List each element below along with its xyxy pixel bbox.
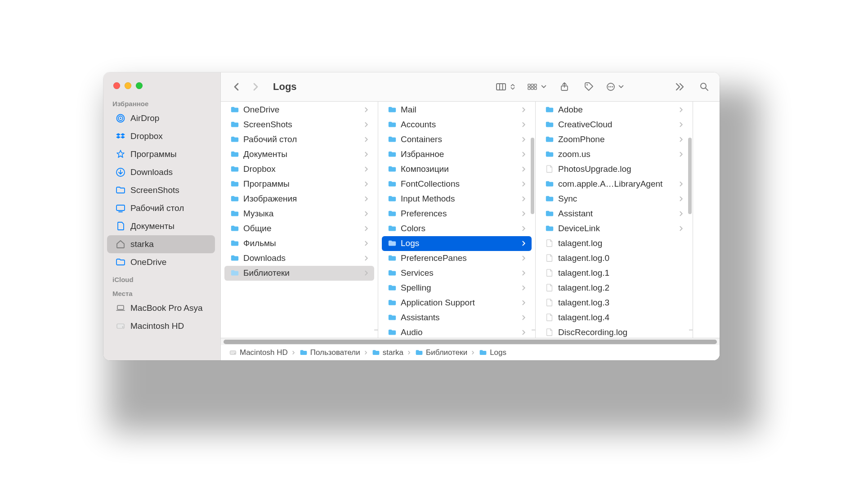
sidebar-item[interactable]: AirDrop bbox=[107, 109, 215, 127]
folder-row[interactable]: Общие bbox=[224, 221, 374, 236]
file-row[interactable]: talagent.log.2 bbox=[539, 281, 689, 296]
sidebar-item-label: MacBook Pro Asya bbox=[130, 303, 203, 313]
breadcrumb[interactable]: starka bbox=[372, 348, 403, 357]
folder-row[interactable]: DeviceLink bbox=[539, 221, 689, 236]
file-row[interactable]: talagent.log.0 bbox=[539, 251, 689, 266]
folder-row[interactable]: Application Support bbox=[382, 296, 532, 310]
sidebar-item[interactable]: Dropbox bbox=[107, 127, 215, 145]
search-button[interactable] bbox=[697, 79, 711, 94]
folder-row[interactable]: Colors bbox=[382, 221, 532, 236]
item-label: ZoomPhone bbox=[558, 134, 678, 144]
file-row[interactable]: talagent.log.3 bbox=[539, 296, 689, 310]
folder-row[interactable]: Assistant bbox=[539, 206, 689, 221]
folder-row[interactable]: Музыка bbox=[224, 206, 374, 221]
browser-column[interactable]: MailAccountsContainersИзбранноеКомпозици… bbox=[378, 102, 536, 338]
folder-row[interactable]: ScreenShots bbox=[224, 117, 374, 132]
folder-row[interactable]: Программы bbox=[224, 177, 374, 192]
folder-row[interactable]: Accounts bbox=[382, 117, 532, 132]
folder-icon bbox=[545, 149, 555, 159]
browser-column[interactable]: AdobeCreativeCloudZoomPhonezoom.usPhotos… bbox=[536, 102, 693, 338]
chevron-right-icon bbox=[470, 350, 476, 355]
sidebar-item[interactable]: Документы bbox=[107, 217, 215, 235]
folder-row[interactable]: Adobe bbox=[539, 103, 689, 117]
folder-row[interactable]: zoom.us bbox=[539, 147, 689, 162]
chevron-right-icon bbox=[678, 210, 685, 217]
back-button[interactable] bbox=[230, 79, 243, 94]
folder-row[interactable]: Изображения bbox=[224, 192, 374, 206]
minimize-window-button[interactable] bbox=[125, 82, 131, 89]
share-button[interactable] bbox=[558, 79, 571, 94]
file-row[interactable]: talagent.log.1 bbox=[539, 266, 689, 281]
group-by-button[interactable] bbox=[527, 83, 547, 91]
folder-row[interactable]: Dropbox bbox=[224, 162, 374, 177]
chevron-right-icon bbox=[363, 210, 370, 217]
item-label: PhotosUpgrade.log bbox=[558, 164, 685, 174]
sidebar-item[interactable]: MacBook Pro Asya bbox=[107, 299, 215, 317]
folder-row[interactable]: Services bbox=[382, 266, 532, 281]
zoom-window-button[interactable] bbox=[136, 82, 143, 89]
folder-row[interactable]: ZoomPhone bbox=[539, 132, 689, 147]
sidebar-item[interactable]: starka bbox=[107, 235, 215, 253]
sidebar-item[interactable]: Macintosh HD bbox=[107, 317, 215, 335]
breadcrumb[interactable]: Пользователи bbox=[300, 348, 360, 357]
folder-row[interactable]: Mail bbox=[382, 103, 532, 117]
horizontal-scrollbar[interactable] bbox=[221, 338, 720, 345]
folder-row[interactable]: Документы bbox=[224, 147, 374, 162]
item-label: Программы bbox=[243, 179, 363, 189]
folder-icon bbox=[387, 194, 397, 204]
folder-row[interactable]: Containers bbox=[382, 132, 532, 147]
file-row[interactable]: talagent.log.4 bbox=[539, 310, 689, 325]
sidebar-item[interactable]: OneDrive bbox=[107, 253, 215, 271]
folder-row[interactable]: Downloads bbox=[224, 251, 374, 266]
folder-row[interactable]: Logs bbox=[382, 236, 532, 251]
column-resize-handle[interactable]: || bbox=[689, 323, 693, 336]
breadcrumb[interactable]: Logs bbox=[479, 348, 506, 357]
item-label: Spelling bbox=[401, 283, 521, 293]
item-label: Application Support bbox=[401, 298, 521, 308]
folder-row[interactable]: Preferences bbox=[382, 206, 532, 221]
item-label: Общие bbox=[243, 224, 363, 233]
actions-menu-button[interactable] bbox=[606, 82, 624, 91]
item-label: Adobe bbox=[558, 105, 678, 115]
tags-button[interactable] bbox=[582, 79, 595, 94]
folder-row[interactable]: FontCollections bbox=[382, 177, 532, 192]
close-window-button[interactable] bbox=[113, 82, 120, 89]
view-mode-button[interactable] bbox=[496, 82, 516, 91]
folder-row[interactable]: PreferencePanes bbox=[382, 251, 532, 266]
folder-row[interactable]: com.apple.A…LibraryAgent bbox=[539, 177, 689, 192]
sidebar-item[interactable]: ScreenShots bbox=[107, 181, 215, 199]
folder-row[interactable]: OneDrive bbox=[224, 103, 374, 117]
folder-row[interactable]: Фильмы bbox=[224, 236, 374, 251]
folder-row[interactable]: Assistants bbox=[382, 310, 532, 325]
folder-row[interactable]: Audio bbox=[382, 325, 532, 338]
folder-row[interactable]: Избранное bbox=[382, 147, 532, 162]
file-row[interactable]: PhotosUpgrade.log bbox=[539, 162, 689, 177]
folder-row[interactable]: CreativeCloud bbox=[539, 117, 689, 132]
folder-icon bbox=[387, 209, 397, 219]
folder-row[interactable]: Input Methods bbox=[382, 192, 532, 206]
chevron-right-icon bbox=[363, 180, 370, 188]
vertical-scrollbar[interactable] bbox=[688, 138, 692, 214]
file-row[interactable]: DiscRecording.log bbox=[539, 325, 689, 338]
sidebar-item[interactable]: Рабочий стол bbox=[107, 199, 215, 217]
sidebar-section-header: iCloud bbox=[103, 271, 219, 285]
column-resize-handle[interactable]: || bbox=[532, 323, 536, 336]
vertical-scrollbar[interactable] bbox=[531, 138, 534, 214]
sidebar-item[interactable]: Downloads bbox=[107, 163, 215, 181]
breadcrumb[interactable]: Macintosh HD bbox=[229, 348, 288, 357]
folder-row[interactable]: Композиции bbox=[382, 162, 532, 177]
sidebar-item[interactable]: Программы bbox=[107, 145, 215, 163]
folder-row[interactable]: Spelling bbox=[382, 281, 532, 296]
item-label: Services bbox=[401, 268, 521, 278]
breadcrumb[interactable]: Библиотеки bbox=[415, 348, 467, 357]
file-row[interactable]: talagent.log bbox=[539, 236, 689, 251]
browser-column[interactable]: OneDriveScreenShotsРабочий столДокументы… bbox=[221, 102, 378, 338]
folder-row[interactable]: Библиотеки bbox=[224, 266, 374, 281]
folder-icon bbox=[387, 164, 397, 174]
main-area: Logs bbox=[220, 72, 720, 360]
folder-row[interactable]: Sync bbox=[539, 192, 689, 206]
toolbar-overflow-button[interactable] bbox=[673, 79, 686, 94]
folder-row[interactable]: Рабочий стол bbox=[224, 132, 374, 147]
column-resize-handle[interactable]: || bbox=[375, 323, 378, 336]
forward-button[interactable] bbox=[249, 79, 262, 94]
